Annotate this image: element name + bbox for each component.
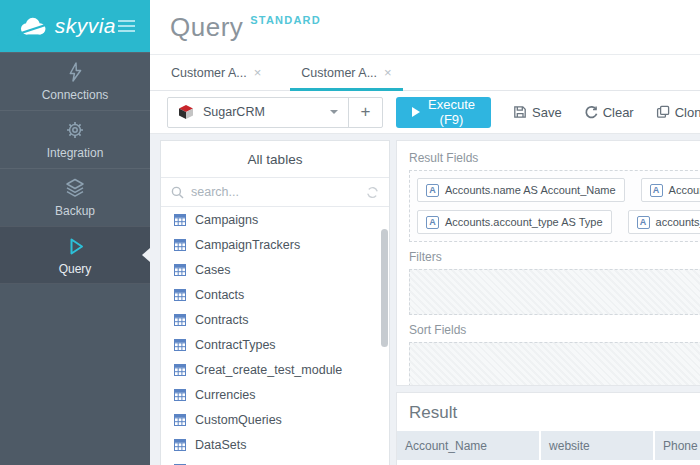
clear-icon [584,105,598,119]
layers-icon [64,177,86,199]
sort-fields-label: Sort Fields [409,323,700,337]
table-name: CustomQueries [195,413,282,427]
search-input[interactable] [191,185,359,199]
field-chip-label: Accounts.name AS Account_Name [445,184,616,196]
table-list-item[interactable]: Cases [161,257,389,282]
sidebar-item-backup[interactable]: Backup [0,168,150,226]
close-icon[interactable]: × [384,66,392,79]
table-name: Contacts [195,288,244,302]
page-header: Query STANDARD [150,0,700,55]
column-header-phone[interactable]: Phone [655,431,700,460]
table-list-item[interactable]: Contacts [161,282,389,307]
connection-select[interactable]: SugarCRM [168,98,348,127]
search-icon [171,186,184,199]
clear-button[interactable]: Clear [584,105,634,120]
lightning-icon [64,61,86,83]
table-name: CampaignTrackers [195,238,300,252]
clear-label: Clear [603,105,634,120]
tables-scrollbar[interactable] [381,229,388,347]
table-icon [174,289,186,301]
table-list-item[interactable]: Currencies [161,382,389,407]
skyvia-logo[interactable]: skyvia [0,0,150,52]
skyvia-app: skyvia Connections Integration Backup [0,0,700,465]
play-icon [412,107,420,117]
field-type-icon: A [426,184,439,197]
page-title: Query [170,12,243,43]
table-icon [174,239,186,251]
cloud-logo-icon [17,14,49,39]
table-list-item[interactable]: Contracts [161,307,389,332]
table-name: Cases [195,263,230,277]
sidebar-item-query[interactable]: Query [0,226,150,284]
table-list-item[interactable]: Creat_create_test_module [161,357,389,382]
sidebar-item-connections[interactable]: Connections [0,52,150,110]
field-type-icon: A [637,216,650,229]
field-chip[interactable]: A accounts_assigned_use [628,210,700,234]
tab-customer-1[interactable]: Customer A... × [160,55,272,90]
chevron-down-icon [330,110,338,118]
table-list-item[interactable]: DataSets [161,432,389,457]
tab-label: Customer A... [171,66,247,80]
refresh-icon[interactable] [366,186,379,199]
table-list-item[interactable]: DocumentRevisions [161,457,389,465]
sidebar-item-label: Query [59,262,92,276]
result-grid-header: Account_Name website Phone [397,431,700,460]
table-icon [174,389,186,401]
sidebar-item-integration[interactable]: Integration [0,110,150,168]
execute-button[interactable]: Execute (F9) [396,97,491,128]
table-name: Contracts [195,313,249,327]
table-icon [174,264,186,276]
result-title: Result [397,393,700,431]
play-icon [64,235,86,257]
table-name: Creat_create_test_module [195,363,342,377]
field-chip[interactable]: A Accounts.account_type AS Type [417,210,612,234]
field-chip[interactable]: A Accounts.website [641,178,700,202]
field-type-icon: A [650,184,663,197]
save-icon [513,105,527,119]
table-icon [174,339,186,351]
field-type-icon: A [426,216,439,229]
result-panel: Result Account_Name website Phone [396,392,700,465]
query-tabs-bar: Customer A... × Customer A... × [150,55,700,91]
search-row [161,178,389,207]
connection-name: SugarCRM [203,105,321,119]
sort-fields-drop-area[interactable] [409,342,700,386]
close-icon[interactable]: × [254,66,262,79]
plan-badge: STANDARD [250,14,321,26]
filters-label: Filters [409,250,700,264]
sidebar-item-label: Integration [47,146,104,160]
sidebar: skyvia Connections Integration Backup [0,0,150,465]
table-icon [174,439,186,451]
logo-text: skyvia [55,14,116,38]
table-icon [174,314,186,326]
add-connection-button[interactable]: + [348,98,382,127]
table-name: ContractTypes [195,338,276,352]
table-list-item[interactable]: Campaigns [161,207,389,232]
chips-row: A Accounts.name AS Account_Name A Accoun… [417,178,700,202]
column-header-account-name[interactable]: Account_Name [397,431,539,460]
tables-list: Campaigns CampaignTrackers Cases Contact… [161,207,389,465]
field-chip-label: Accounts.website [669,184,700,196]
table-icon [174,214,186,226]
table-list-item[interactable]: CustomQueries [161,407,389,432]
gear-icon [64,119,86,141]
column-header-website[interactable]: website [541,431,653,460]
tables-panel-title: All tables [161,141,389,178]
result-fields-drop-area[interactable]: A Accounts.name AS Account_Name A Accoun… [409,170,700,242]
menu-icon[interactable] [116,16,137,36]
tab-customer-2[interactable]: Customer A... × [290,55,402,90]
save-button[interactable]: Save [513,105,562,120]
main-area: Query STANDARD Customer A... × Customer … [150,0,700,465]
chips-row: A Accounts.account_type AS Type A accoun… [417,210,700,234]
clone-icon [656,105,670,119]
field-chip[interactable]: A Accounts.name AS Account_Name [417,178,625,202]
table-list-item[interactable]: CampaignTrackers [161,232,389,257]
table-name: Campaigns [195,213,258,227]
sugarcrm-icon [178,104,194,120]
table-icon [174,364,186,376]
clone-label: Clone [675,105,700,120]
table-list-item[interactable]: ContractTypes [161,332,389,357]
filters-drop-area[interactable] [409,269,700,315]
clone-button[interactable]: Clone [656,105,700,120]
save-label: Save [532,105,562,120]
